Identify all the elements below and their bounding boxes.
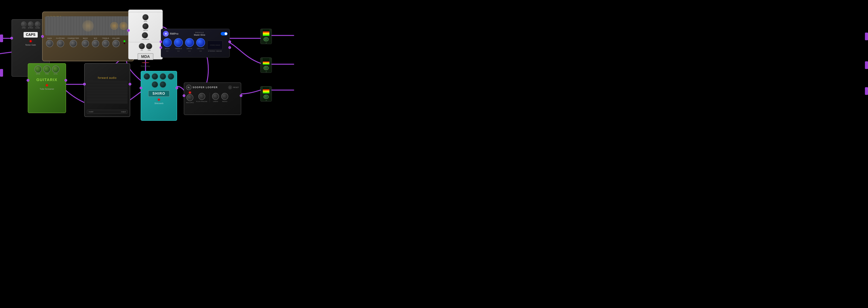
rm-ceiling-knob[interactable] [196,38,205,47]
right-edge-port-mid[interactable] [865,61,868,69]
right-edge-port-top[interactable] [865,33,868,40]
clipping-knob[interactable] [57,40,64,47]
tone-knob[interactable]: TONE [43,65,51,75]
ts-input[interactable] [27,79,29,82]
bass-knob-group: BASS 0.0 [163,38,172,52]
looper-input[interactable] [183,94,185,97]
meter-knob-top[interactable] [264,37,269,41]
meter-display-top [262,29,270,36]
meter-bar-mid [263,61,269,65]
playpause-knob[interactable] [198,93,205,100]
shiro-input[interactable] [140,87,142,89]
forward-logo: forward audio [98,76,117,79]
power-led [30,40,32,42]
ts-name: Tube Screamer [40,88,54,90]
right-edge-port-bottom[interactable] [865,87,868,95]
rm-treble-knob[interactable] [174,38,183,47]
shiroverb-knobs [143,73,175,88]
gain-control[interactable]: GAIN [46,37,53,47]
volume-knob[interactable] [113,40,120,47]
mix-knob[interactable]: MIX [139,43,145,51]
clipping-control[interactable]: CLIPPING [56,37,65,47]
shiro-k1[interactable] [144,73,150,80]
bass-knob[interactable] [82,40,89,47]
shiro-k5[interactable] [152,81,158,88]
shiro-k2[interactable] [152,73,158,80]
undo-knob[interactable] [212,93,219,100]
rm-input-l[interactable] [159,40,162,43]
drive-knob[interactable]: DRIVE [34,65,42,75]
treble-knob-group: TREBLE 0.0 [174,38,183,52]
attack-knob[interactable]: ATTACK [28,22,33,29]
fb-knob[interactable]: FEEDBACK [142,32,149,40]
dd-input[interactable] [127,29,130,32]
cab-output[interactable] [129,83,131,85]
input-port[interactable] [10,37,13,39]
delay-mix-knob[interactable] [142,62,149,63]
time-knob[interactable]: TIME [146,43,152,51]
dubdelay-top-knobs: RATE DEPTH FEEDBACK [128,12,163,43]
reset-label: RESET [233,86,239,88]
record-led [189,92,191,93]
plugin-name-label: Noise Gate [25,44,36,46]
rm-output-l[interactable] [228,40,231,43]
mid-knob[interactable] [92,40,99,47]
record-knob[interactable] [186,94,193,101]
meter-display-bottom [262,86,270,94]
rm-pro-plugin: M RMPro PROFILE Master Shine BASS 0.0 TR… [161,29,230,57]
meter-knob-mid[interactable] [264,66,269,70]
gain-knob[interactable] [46,40,53,47]
treble-control[interactable]: TREBLE [102,37,109,47]
caps-logo: CAPS [24,32,38,37]
meter-knob-bottom[interactable] [264,95,269,99]
mid-control[interactable]: MID [92,37,99,47]
meter-top: -∞ [260,29,272,44]
looper-logo-mark: SL [186,85,191,90]
tube-screamer-plugin: DRIVE TONE LEVEL GUITARIX Tube Screamer [28,63,66,113]
meter-value-mid: -∞ [265,71,267,73]
rm-toggle[interactable] [221,32,228,35]
cab-input[interactable] [83,83,86,85]
shiro-k6[interactable] [160,81,166,88]
left-edge-port-top[interactable] [0,34,3,42]
profile-name: Master Shine [194,34,205,36]
redo-knob[interactable] [221,93,228,100]
bass-control[interactable]: BASS [82,37,89,47]
redo-knob-group: REDO [221,93,228,102]
guitarix-logo: GUITARIX [36,78,57,82]
volume-control[interactable]: VOLUME [112,37,120,47]
shiro-k3[interactable] [160,73,166,80]
shiro-output[interactable] [176,87,178,89]
meter-bar-top [263,31,269,36]
amp-input-port[interactable] [41,35,44,38]
headphone-icon[interactable]: 🎧 [228,85,232,89]
ts-output[interactable] [64,79,67,82]
treble-knob[interactable] [102,40,109,47]
undo-knob-group: UNDO [212,93,219,102]
character-control[interactable]: CHARACTER [68,37,79,47]
level-knob[interactable]: LEVEL [52,65,59,75]
rm-drive-knob[interactable] [185,38,194,47]
ceiling-knob-group: CEILING 0.0 [196,38,205,52]
meter-display-mid [262,58,270,65]
depth-knob[interactable]: DEPTH [143,23,149,31]
shiro-logo: SHIRO [148,90,169,97]
shiro-k4[interactable] [168,73,174,80]
close-knob[interactable]: CLOSE [35,22,40,29]
stereo-image-display: STEREO IMAGE [207,40,223,50]
rm-input-r[interactable] [159,46,162,49]
rate-knob[interactable]: RATE [143,14,149,22]
rm-output-r[interactable] [228,46,231,49]
open-knob[interactable]: OPEN [21,22,26,29]
mda-logo: MDA [138,53,153,60]
amp-grille [45,16,131,35]
onyx-amp-plugin: ONYX GAIN CLIPPING CHARACTER BASS MID [42,11,134,61]
left-edge-port-bottom[interactable] [0,69,3,77]
shiroverb-name: Shiroverb [154,102,163,105]
ts-knobs: DRIVE TONE LEVEL [34,65,59,75]
character-knob[interactable] [70,40,77,47]
cabinet-output: output [121,111,126,113]
rm-bass-knob[interactable] [163,38,172,47]
looper-output[interactable] [240,94,242,97]
rm-logo-mark: M [163,31,169,37]
